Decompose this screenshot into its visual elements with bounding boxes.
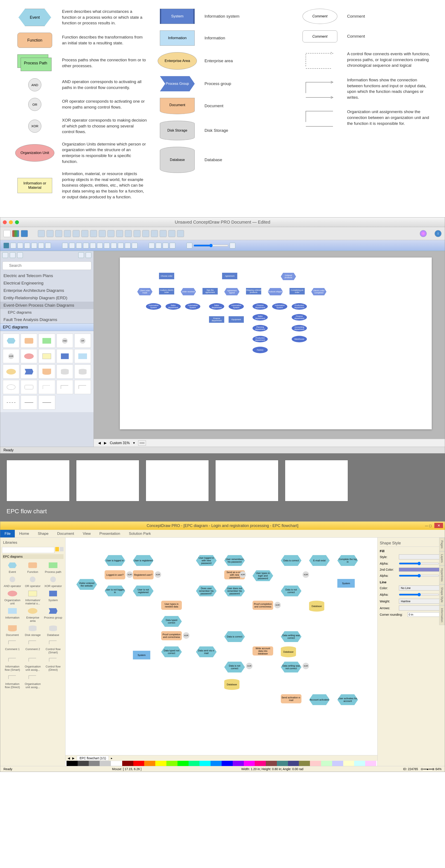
color-select[interactable]: No Line xyxy=(399,586,443,590)
fc-system[interactable]: System xyxy=(133,651,150,659)
thumbnail-1[interactable] xyxy=(6,460,70,501)
palette-and-operator[interactable]: AND operator xyxy=(3,575,22,588)
ribbon-shape[interactable]: Shape xyxy=(33,530,53,537)
palette-comment1[interactable] xyxy=(3,380,19,394)
maximize-button[interactable] xyxy=(15,220,19,224)
palette-organisation-unit-assig-[interactable]: Organisation unit assig... xyxy=(24,673,42,689)
fc-event[interactable]: Data writing was correct xyxy=(281,631,301,642)
fc-event[interactable]: Visitor entered the website xyxy=(76,579,97,590)
palette-system[interactable]: System xyxy=(44,589,62,605)
fc-function[interactable]: Send activation e-mail xyxy=(281,694,301,703)
palette-flow6[interactable] xyxy=(38,395,55,409)
fc-database[interactable]: Database xyxy=(281,646,296,657)
palette-process-group[interactable]: Process group xyxy=(44,607,62,622)
fc-operator[interactable]: XOR xyxy=(303,571,309,578)
fc-function[interactable]: Logged-in user? xyxy=(105,570,125,579)
page[interactable]: Choose order Agreement Ordered products … xyxy=(120,257,432,429)
vtab-hyperlinks[interactable]: Hyperlinks xyxy=(439,565,445,584)
fc-event[interactable]: User types in login and password xyxy=(253,570,273,581)
tb2-icon[interactable] xyxy=(118,243,124,248)
lib-clear-btn[interactable] xyxy=(60,547,64,551)
palette-flow2[interactable] xyxy=(57,380,73,394)
tb2-icon[interactable] xyxy=(31,243,37,248)
palette-orgunit[interactable] xyxy=(21,349,37,363)
tb-icon[interactable] xyxy=(90,230,97,237)
palette-information-flow-smart-[interactable]: Information flow (Smart) xyxy=(3,656,22,672)
zoom-out[interactable]: ⊖ xyxy=(421,767,423,771)
palette-event[interactable] xyxy=(3,334,19,348)
fc-database[interactable]: Database xyxy=(224,679,240,690)
palette-organisation-unit-assig-[interactable]: Organisation unit assig... xyxy=(24,656,42,672)
vtab-shape-style[interactable]: Shape Style xyxy=(439,584,445,605)
sb-search-icon[interactable] xyxy=(86,252,91,258)
tb-color-wheel[interactable] xyxy=(420,230,427,237)
tb-icon[interactable] xyxy=(168,230,175,237)
palette-control-flow-direct-[interactable]: Control flow (Direct) xyxy=(44,656,62,672)
tb2-icon[interactable] xyxy=(62,243,68,248)
palette-flow4[interactable] xyxy=(3,395,19,409)
sb-icon[interactable] xyxy=(2,252,8,258)
palette-control-flow-smart-[interactable]: Control flow (Smart) xyxy=(44,638,62,654)
palette-flow5[interactable] xyxy=(21,395,37,409)
lib-search-btn[interactable] xyxy=(55,547,59,551)
tb2-icon[interactable] xyxy=(104,243,109,248)
tree-item-active[interactable]: Event-Driven Process Chain Diagrams xyxy=(0,302,94,309)
color-strip[interactable] xyxy=(67,761,376,766)
tab-next[interactable]: ▶ xyxy=(72,756,74,760)
thumbnail-5[interactable] xyxy=(285,460,348,501)
palette-database[interactable] xyxy=(74,365,91,379)
zoom-in[interactable]: ⊕ xyxy=(432,767,435,771)
ribbon-document[interactable]: Document xyxy=(53,530,78,537)
win-canvas[interactable]: Visitor entered the websiteUser is logge… xyxy=(65,538,377,766)
fc-operator[interactable]: XOR xyxy=(240,571,246,578)
corner-input[interactable] xyxy=(408,612,443,617)
palette-or-operator[interactable]: OR operator xyxy=(24,575,42,588)
fc-event[interactable]: User is not registered xyxy=(133,586,154,596)
tb-icon[interactable] xyxy=(64,230,71,237)
fc-function[interactable]: Write account data into database xyxy=(253,646,273,655)
page-nav-prev[interactable]: ◀ xyxy=(98,441,101,445)
arrows-select[interactable] xyxy=(399,606,443,611)
fc-event[interactable]: Data is not correct xyxy=(281,586,301,596)
fc-function[interactable]: User types in needed data xyxy=(161,601,182,610)
fc-database[interactable]: Database xyxy=(309,601,324,612)
tb2-icon[interactable] xyxy=(132,243,137,248)
tree-item[interactable]: Entity-Relationship Diagram (ERD) xyxy=(0,294,94,302)
tb-icon[interactable] xyxy=(142,230,149,237)
sb-list-icon[interactable] xyxy=(78,252,84,258)
tb2-icon[interactable] xyxy=(18,243,23,248)
tb2-icon[interactable] xyxy=(10,243,16,248)
fc-event[interactable]: User logged in with new password xyxy=(196,555,217,566)
palette-function[interactable] xyxy=(21,334,37,348)
fc-event[interactable]: User activates his account xyxy=(337,694,358,705)
thumbnail-4[interactable] xyxy=(215,460,278,501)
traffic-lights[interactable] xyxy=(3,220,19,224)
fc-event[interactable]: Data sent via e-mail xyxy=(196,646,217,657)
tb-icon[interactable] xyxy=(133,230,140,237)
fc-event[interactable]: Does user remember his password? xyxy=(196,586,217,596)
fc-event[interactable]: Data writing was not correct xyxy=(281,661,301,673)
tb2-print[interactable] xyxy=(163,243,168,248)
tb2-pointer[interactable] xyxy=(3,243,9,248)
palette-enterprise-area[interactable]: Enterprise area xyxy=(24,607,42,622)
ribbon-view[interactable]: View xyxy=(78,530,95,537)
tb2-icon[interactable] xyxy=(83,243,89,248)
tb2-icon[interactable] xyxy=(97,243,103,248)
tb-icon[interactable] xyxy=(38,230,45,237)
lib-search[interactable] xyxy=(2,547,54,553)
minimize-button[interactable] xyxy=(9,220,13,224)
fc-event[interactable]: User does not remember his password xyxy=(224,586,245,596)
palette-xor[interactable]: XOR xyxy=(3,349,19,363)
tb2-zoom-in-icon[interactable] xyxy=(230,243,235,248)
palette-document[interactable] xyxy=(38,365,55,379)
ribbon-solutionpark[interactable]: Solution Park xyxy=(124,530,155,537)
fc-operator[interactable]: XOR xyxy=(246,663,253,669)
palette-process-path[interactable]: Process path xyxy=(44,561,62,574)
zoom-dropdown[interactable]: ▾ xyxy=(133,441,135,445)
palette-flow1[interactable] xyxy=(38,380,55,394)
palette-info[interactable] xyxy=(38,349,55,363)
tb-icon[interactable] xyxy=(107,230,115,237)
tb2-icon[interactable] xyxy=(125,243,130,248)
alpha2-slider[interactable] xyxy=(399,573,439,578)
thumbnail-2[interactable] xyxy=(76,460,139,501)
